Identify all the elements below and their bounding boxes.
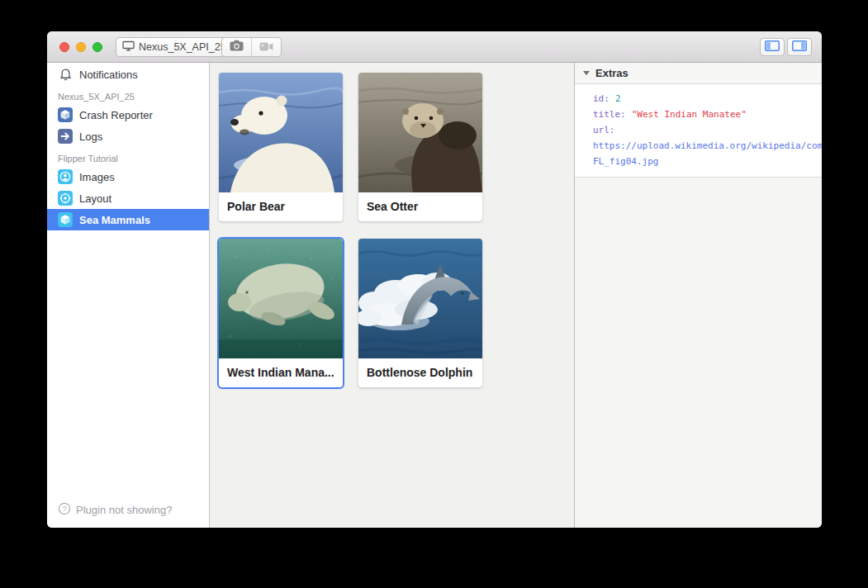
extras-section-title: Extras (595, 67, 628, 79)
json-string-value: "West Indian Manatee" (632, 109, 747, 120)
traffic-lights (59, 42, 102, 52)
cube-icon (58, 107, 73, 122)
card-title: Bottlenose Dolphin (358, 358, 482, 387)
close-button[interactable] (59, 42, 69, 52)
sidebar-item-notifications[interactable]: Notifications (47, 64, 209, 85)
svg-text:?: ? (62, 505, 66, 513)
bell-icon (58, 68, 73, 82)
details-panel-empty-area (575, 178, 822, 528)
plugin-sidebar: Notifications Nexus_5X_API_25 Crash Repo… (47, 63, 210, 528)
right-sidebar-toggle-icon (792, 40, 807, 54)
target-icon (58, 191, 73, 206)
sidebar-item-label: Sea Mammals (79, 214, 150, 226)
json-key: title: (593, 109, 626, 120)
json-number-value: 2 (615, 93, 621, 104)
manatee-photo (219, 239, 343, 358)
data-row-url-value-1: https://upload.wikimedia.org/wikipedia/c… (593, 138, 822, 154)
screenshot-button[interactable] (222, 38, 251, 56)
json-key: id: (593, 93, 609, 104)
data-row-url-value-2: FL_fig04.jpg (593, 154, 822, 169)
card-title: West Indian Mana... (219, 358, 343, 387)
camera-icon (230, 40, 244, 55)
json-url-value: https://upload.wikimedia.org/wikipedia/c… (593, 140, 822, 151)
dolphin-photo (358, 239, 482, 358)
window-content: Notifications Nexus_5X_API_25 Crash Repo… (47, 63, 822, 528)
sidebar-item-label: Logs (79, 130, 102, 143)
sidebar-item-label: Notifications (79, 69, 138, 81)
flipper-window: Nexus_5X_API_25 (47, 31, 822, 528)
json-key: url: (593, 125, 615, 135)
card-west-indian-manatee[interactable]: West Indian Mana... (219, 239, 343, 387)
device-selector[interactable]: Nexus_5X_API_25 (116, 37, 235, 57)
device-selector-label: Nexus_5X_API_25 (139, 41, 226, 53)
capture-button-group (221, 37, 282, 57)
sidebar-item-sea-mammals[interactable]: Sea Mammals (47, 209, 209, 230)
extras-section-header[interactable]: Extras (575, 63, 822, 84)
left-sidebar-toggle-button[interactable] (760, 38, 785, 56)
sidebar-item-label: Crash Reporter (79, 109, 153, 121)
data-row-url-key: url: (593, 122, 822, 138)
polar-bear-photo (219, 73, 343, 192)
sidebar-item-images[interactable]: Images (47, 166, 209, 187)
data-row-title: title:"West Indian Manatee" (593, 107, 822, 122)
sidebar-item-crash-reporter[interactable]: Crash Reporter (47, 104, 209, 126)
minimize-button[interactable] (76, 42, 86, 52)
details-panel: Extras id:2 title:"West Indian Manatee" … (574, 63, 822, 528)
window-toolbar: Nexus_5X_API_25 (47, 31, 822, 63)
panel-toggle-group (760, 38, 812, 56)
arrow-right-icon (58, 129, 73, 144)
record-video-button[interactable] (251, 38, 281, 56)
monitor-icon (122, 40, 135, 54)
sidebar-item-label: Images (79, 171, 115, 183)
sidebar-item-layout[interactable]: Layout (47, 187, 209, 209)
card-title: Polar Bear (219, 192, 343, 221)
sidebar-item-logs[interactable]: Logs (47, 126, 209, 147)
help-circle-icon: ? (58, 502, 71, 518)
plugin-not-showing-label: Plugin not showing? (76, 504, 172, 516)
card-title: Sea Otter (358, 192, 482, 221)
extras-data-inspector: id:2 title:"West Indian Manatee" url: ht… (575, 84, 822, 178)
video-camera-icon (259, 40, 273, 55)
data-row-id: id:2 (593, 91, 822, 107)
sea-otter-photo (358, 73, 482, 192)
sidebar-section-device: Nexus_5X_API_25 (47, 85, 209, 104)
sea-mammals-plugin-content: Polar Bear (210, 63, 574, 528)
right-sidebar-toggle-button[interactable] (787, 38, 812, 56)
zoom-button[interactable] (92, 42, 102, 52)
json-url-value: FL_fig04.jpg (593, 156, 658, 167)
left-sidebar-toggle-icon (765, 40, 780, 54)
plugin-not-showing-link[interactable]: ? Plugin not showing? (58, 502, 172, 518)
mammal-card-grid: Polar Bear (219, 73, 574, 387)
sidebar-item-label: Layout (79, 192, 111, 205)
card-polar-bear[interactable]: Polar Bear (219, 73, 343, 221)
sidebar-section-tutorial: Flipper Tutorial (47, 147, 209, 166)
card-sea-otter[interactable]: Sea Otter (358, 73, 482, 221)
chevron-down-icon (583, 71, 590, 75)
user-circle-icon (58, 169, 73, 184)
cube-icon (58, 212, 73, 227)
card-bottlenose-dolphin[interactable]: Bottlenose Dolphin (358, 239, 482, 387)
